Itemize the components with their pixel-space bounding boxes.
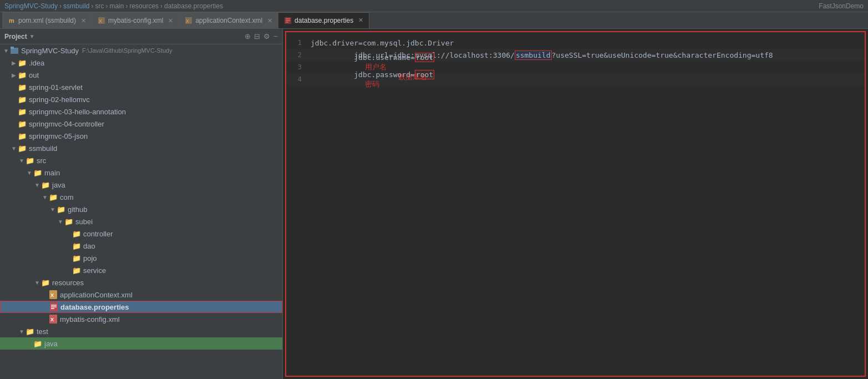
breadcrumb-part-src[interactable]: src <box>95 2 104 10</box>
svg-text:X: X <box>99 18 102 24</box>
project-tree: ▼ SpringMVC-Study F:\Java\Github\SpringM… <box>0 44 282 350</box>
arrow-github: ▼ <box>49 206 57 213</box>
folder-springmvc03-icon: 📁 <box>18 107 27 116</box>
main-layout: Project ▼ ⊕ ⊟ ⚙ − ▼ SpringMVC-Study F:\J… <box>0 29 868 379</box>
fast-json-demo-label: FastJsonDemo <box>819 2 864 10</box>
breadcrumb-part-file[interactable]: database.properties <box>164 2 223 10</box>
locate-icon[interactable]: ⊕ <box>245 32 251 41</box>
folder-com-icon: 📁 <box>49 193 58 201</box>
arrow-out: ▶ <box>10 72 18 78</box>
svg-rect-9 <box>11 47 14 49</box>
tree-item-springmvc03[interactable]: ▶ 📁 springmvc-03-hello-annotation <box>0 105 282 118</box>
folder-main-icon: 📁 <box>33 168 42 177</box>
sidebar-title: Project ▼ <box>4 33 35 41</box>
folder-ssmbuild-icon: 📁 <box>18 144 27 153</box>
tab-bar: m pom.xml (ssmbuild) ✕ X mybatis-config.… <box>0 12 868 29</box>
arrow-dbprops: ▶ <box>42 304 49 310</box>
tree-item-java[interactable]: ▼ 📁 java <box>0 179 282 191</box>
arrow-controller: ▶ <box>64 231 72 237</box>
arrow-java: ▼ <box>33 182 41 188</box>
tree-item-ssmbuild[interactable]: ▼ 📁 ssmbuild <box>0 142 282 154</box>
arrow-spring01: ▶ <box>10 84 18 90</box>
tree-item-subei[interactable]: ▼ 📁 subei <box>0 215 282 228</box>
folder-src-icon: 📁 <box>26 156 34 165</box>
tree-item-resources[interactable]: ▼ 📁 resources <box>0 276 282 289</box>
folder-out-icon: 📁 <box>18 70 27 79</box>
password-highlight: root <box>415 70 434 79</box>
editor-area: 1 jdbc.driver=com.mysql.jdbc.Driver 2 jd… <box>283 29 868 379</box>
tab-mybatis-config[interactable]: X mybatis-config.xml ✕ <box>92 12 179 28</box>
tree-item-controller[interactable]: ▶ 📁 controller <box>0 228 282 240</box>
close-appcontext-tab[interactable]: ✕ <box>267 17 272 24</box>
code-content[interactable]: 1 jdbc.driver=com.mysql.jdbc.Driver 2 jd… <box>285 31 866 377</box>
tree-item-src[interactable]: ▼ 📁 src <box>0 154 282 166</box>
folder-dao-icon: 📁 <box>72 241 81 250</box>
folder-spring01-icon: 📁 <box>18 83 27 92</box>
tree-item-dbprops[interactable]: ▶ database.properties <box>0 301 282 313</box>
tree-item-com[interactable]: ▼ 📁 com <box>0 191 282 203</box>
tree-item-spring02[interactable]: ▶ 📁 spring-02-hellomvc <box>0 93 282 105</box>
tree-item-pojo[interactable]: ▶ 📁 pojo <box>0 252 282 264</box>
pom-icon: m <box>8 17 16 24</box>
arrow-service: ▶ <box>64 267 72 274</box>
arrow-src: ▼ <box>18 158 26 164</box>
tree-item-springmvc04[interactable]: ▶ 📁 springmvc-04-controller <box>0 118 282 130</box>
tree-item-dao[interactable]: ▶ 📁 dao <box>0 240 282 252</box>
tree-item-spring01[interactable]: ▶ 📁 spring-01-servlet <box>0 81 282 93</box>
arrow-mybatis: ▶ <box>41 316 49 322</box>
breadcrumb-part-ssmbuild[interactable]: ssmbuild <box>63 2 89 10</box>
file-mybatis-icon: X <box>49 315 58 324</box>
arrow-test: ▼ <box>18 329 26 335</box>
breadcrumb-part-resources[interactable]: resources <box>129 2 159 10</box>
close-pom-tab[interactable]: ✕ <box>81 17 86 24</box>
tree-item-idea[interactable]: ▶ 📁 .idea <box>0 57 282 69</box>
collapse-icon[interactable]: ⊟ <box>254 32 260 41</box>
arrow-ssmbuild: ▼ <box>10 145 18 151</box>
sidebar-icons: ⊕ ⊟ ⚙ − <box>245 32 278 41</box>
arrow-root: ▼ <box>2 48 10 54</box>
close-dbprops-tab[interactable]: ✕ <box>358 17 363 24</box>
arrow-com: ▼ <box>41 194 49 200</box>
arrow-dao: ▶ <box>64 243 72 249</box>
arrow-appcontext: ▶ <box>41 292 49 298</box>
project-icon <box>10 46 19 55</box>
tree-item-appcontext[interactable]: ▶ X applicationContext.xml <box>0 289 282 301</box>
folder-pojo-icon: 📁 <box>72 254 81 262</box>
tree-item-root[interactable]: ▼ SpringMVC-Study F:\Java\Github\SpringM… <box>0 44 282 57</box>
folder-idea-icon: 📁 <box>18 58 27 67</box>
tab-database-properties[interactable]: database.properties ✕ <box>278 12 369 28</box>
arrow-springmvc03: ▶ <box>10 109 18 115</box>
svg-text:X: X <box>50 292 54 298</box>
file-dbprops-icon <box>49 302 58 311</box>
close-mybatis-tab[interactable]: ✕ <box>168 17 173 24</box>
tab-app-context[interactable]: X applicationContext.xml ✕ <box>179 12 278 28</box>
tree-item-mybatis[interactable]: ▶ X mybatis-config.xml <box>0 313 282 325</box>
arrow-testjava: ▶ <box>26 341 33 347</box>
arrow-idea: ▶ <box>10 60 18 66</box>
code-line-4: 4 jdbc.password=root 密码 <box>286 73 865 85</box>
breadcrumb-part-project[interactable]: SpringMVC-Study <box>4 2 58 10</box>
tab-pom-xml[interactable]: m pom.xml (ssmbuild) ✕ <box>2 12 92 28</box>
arrow-spring02: ▶ <box>10 97 18 103</box>
folder-spring02-icon: 📁 <box>18 95 27 104</box>
dropdown-icon[interactable]: ▼ <box>29 33 35 39</box>
tree-item-out[interactable]: ▶ 📁 out <box>0 69 282 81</box>
tree-item-github[interactable]: ▼ 📁 github <box>0 203 282 215</box>
tree-item-test[interactable]: ▼ 📁 test <box>0 325 282 337</box>
appcontext-icon: X <box>185 17 192 24</box>
arrow-subei: ▼ <box>57 219 64 225</box>
arrow-resources: ▼ <box>33 280 41 286</box>
tree-item-main[interactable]: ▼ 📁 main <box>0 166 282 179</box>
tree-item-service[interactable]: ▶ 📁 service <box>0 264 282 276</box>
file-appcontext-icon: X <box>49 290 58 299</box>
minimize-icon[interactable]: − <box>273 32 278 41</box>
tree-item-springmvc05[interactable]: ▶ 📁 springmvc-05-json <box>0 130 282 142</box>
folder-springmvc04-icon: 📁 <box>18 119 27 128</box>
folder-controller-icon: 📁 <box>72 229 81 238</box>
tree-item-testjava[interactable]: ▶ 📁 java <box>0 337 282 350</box>
breadcrumb-bar: SpringMVC-Study › ssmbuild › src › main … <box>0 0 868 12</box>
breadcrumb-part-main[interactable]: main <box>109 2 124 10</box>
arrow-main: ▼ <box>26 170 33 176</box>
settings-icon[interactable]: ⚙ <box>263 32 270 41</box>
sidebar-header: Project ▼ ⊕ ⊟ ⚙ − <box>0 29 282 44</box>
